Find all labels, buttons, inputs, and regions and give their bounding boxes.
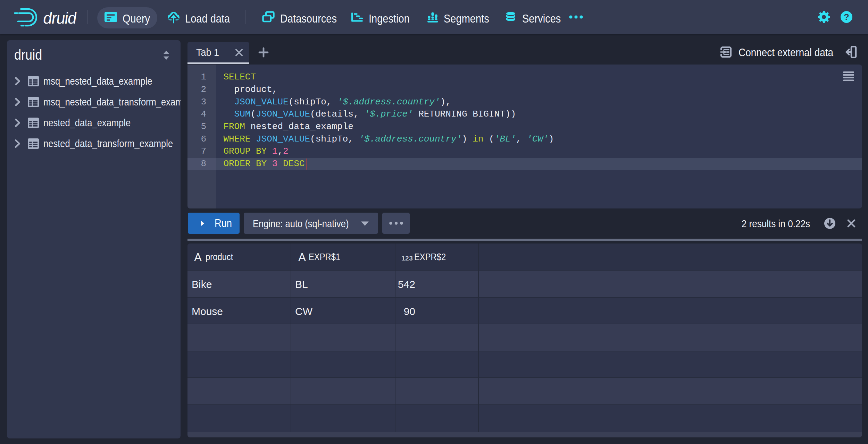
svg-text:?: ? — [844, 12, 849, 22]
